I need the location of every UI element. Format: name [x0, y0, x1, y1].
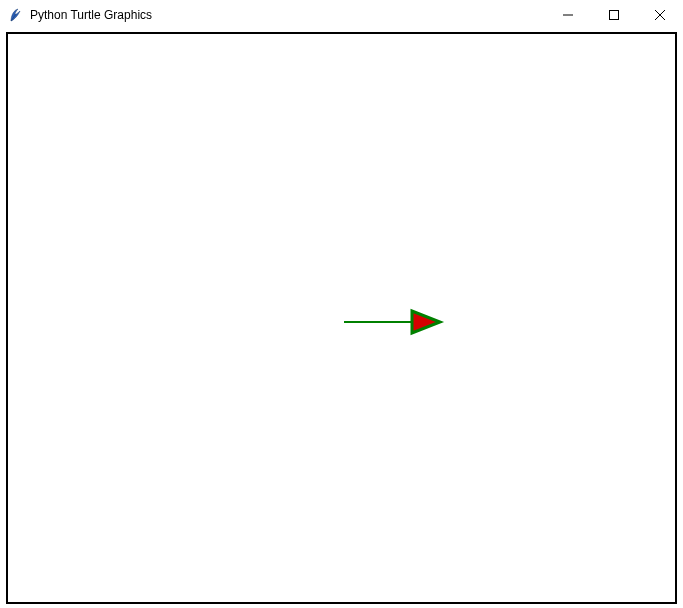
canvas-border	[6, 32, 677, 604]
minimize-button[interactable]	[545, 0, 591, 30]
titlebar[interactable]: Python Turtle Graphics	[0, 0, 683, 30]
svg-rect-1	[610, 11, 619, 20]
turtle-path-line	[344, 321, 420, 323]
turtle-canvas	[8, 34, 675, 602]
window-title: Python Turtle Graphics	[30, 8, 152, 22]
close-button[interactable]	[637, 0, 683, 30]
feather-icon	[8, 7, 24, 23]
maximize-button[interactable]	[591, 0, 637, 30]
titlebar-left: Python Turtle Graphics	[8, 7, 152, 23]
app-window: Python Turtle Graphics	[0, 0, 683, 608]
window-controls	[545, 0, 683, 30]
turtle-cursor-arrow-icon	[410, 305, 450, 342]
